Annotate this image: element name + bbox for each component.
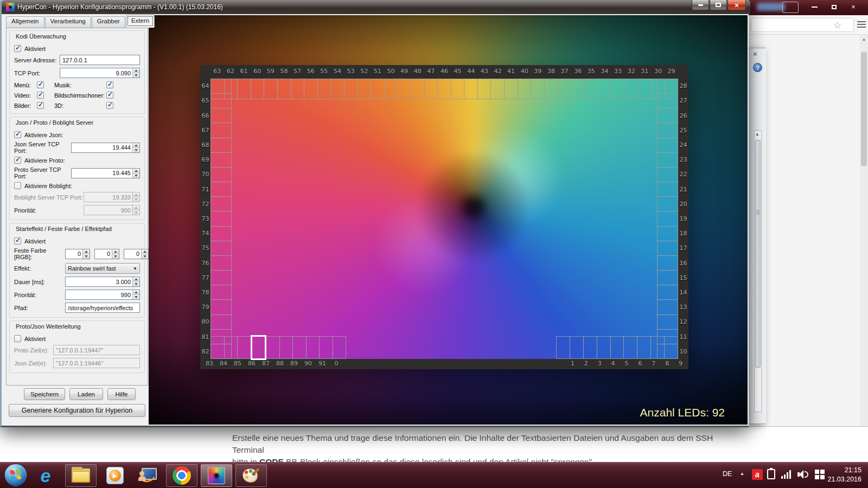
json-ziel-input[interactable]: "127.0.0.1:19446": [53, 358, 140, 368]
led-cell-28[interactable]: [657, 79, 678, 94]
3d-checkbox[interactable]: [106, 102, 113, 109]
weiterleitung-aktiviert-checkbox[interactable]: [14, 335, 21, 342]
led-cell-89[interactable]: [292, 336, 307, 359]
led-cell-1[interactable]: [556, 336, 570, 359]
led-cell-71[interactable]: [210, 182, 232, 197]
browser-scrollbar-thumb[interactable]: [861, 52, 867, 166]
led-cell-42[interactable]: [490, 79, 505, 99]
led-cell-83[interactable]: [210, 336, 225, 359]
tcp-port-input[interactable]: 9.090: [60, 68, 140, 78]
window-maximize-button[interactable]: [710, 0, 727, 10]
dauer-input[interactable]: 3.000: [65, 277, 140, 287]
led-cell-72[interactable]: [210, 196, 232, 211]
led-cell-34[interactable]: [597, 79, 611, 99]
led-cell-54[interactable]: [330, 79, 344, 99]
led-cell-48[interactable]: [411, 79, 425, 99]
tab-allgemein[interactable]: Allgemein: [6, 16, 44, 28]
taskbar-media-player[interactable]: ▶: [101, 464, 129, 487]
boblight-port-input[interactable]: 19.333: [84, 192, 140, 202]
led-cell-51[interactable]: [371, 79, 385, 99]
led-cell-21[interactable]: [657, 182, 678, 197]
browser-menu-icon[interactable]: [857, 21, 866, 29]
led-cell-80[interactable]: [210, 314, 232, 330]
led-cell-33[interactable]: [611, 79, 625, 99]
bookmark-star-icon[interactable]: ☆: [833, 20, 841, 31]
tab-extern[interactable]: Extern: [126, 15, 155, 28]
led-cell-78[interactable]: [210, 285, 232, 300]
rgb-r-input[interactable]: 0: [65, 249, 90, 259]
led-cell-64[interactable]: [210, 79, 232, 94]
led-cell-85[interactable]: [237, 336, 251, 359]
led-cell-45[interactable]: [451, 79, 465, 99]
led-cell-76[interactable]: [210, 255, 232, 271]
titlebar[interactable]: HyperCon - Hyperion Konfigurationsprogra…: [2, 0, 750, 14]
taskbar-paint[interactable]: [235, 464, 267, 487]
led-cell-2[interactable]: [570, 336, 584, 359]
pfad-input[interactable]: /storage/hyperion/effects: [65, 303, 140, 313]
led-cell-37[interactable]: [557, 79, 571, 99]
menu-checkbox[interactable]: [37, 81, 44, 88]
led-cell-73[interactable]: [210, 211, 232, 226]
proto-port-input[interactable]: 19.445: [71, 168, 140, 178]
led-cell-43[interactable]: [477, 79, 492, 99]
led-cell-58[interactable]: [277, 79, 291, 99]
led-cell-8[interactable]: [650, 336, 665, 359]
led-cell-49[interactable]: [397, 79, 411, 99]
proto-ziel-input[interactable]: "127.0.0.1:19447": [53, 345, 140, 355]
avira-icon[interactable]: a: [752, 469, 763, 480]
network-signal-icon[interactable]: [781, 470, 792, 479]
led-cell-32[interactable]: [624, 79, 638, 99]
led-cell-25[interactable]: [657, 123, 678, 138]
led-cell-9[interactable]: [664, 336, 678, 359]
led-cell-22[interactable]: [657, 167, 678, 182]
led-cell-56[interactable]: [304, 79, 318, 99]
led-cell-35[interactable]: [584, 79, 598, 99]
led-cell-24[interactable]: [657, 138, 678, 153]
led-cell-38[interactable]: [544, 79, 558, 99]
kodi-aktiviert-checkbox[interactable]: [14, 45, 21, 52]
tab-grabber[interactable]: Grabber: [92, 16, 125, 28]
led-cell-27[interactable]: [657, 93, 678, 108]
led-cell-17[interactable]: [657, 241, 678, 256]
scroll-up-icon[interactable]: ▲: [860, 35, 868, 43]
led-cell-68[interactable]: [210, 138, 232, 153]
led-cell-50[interactable]: [384, 79, 398, 99]
led-cell-67[interactable]: [210, 123, 232, 138]
rgb-b-input[interactable]: 0: [124, 249, 149, 259]
led-cell-41[interactable]: [504, 79, 518, 99]
tab-verarbeitung[interactable]: Verarbeitung: [45, 16, 91, 28]
rgb-g-input[interactable]: 0: [94, 249, 119, 259]
windows-update-flag-icon[interactable]: [815, 470, 825, 479]
speaker-icon[interactable]: [797, 470, 809, 479]
led-cell-13[interactable]: [657, 299, 678, 314]
led-cell-55[interactable]: [317, 79, 331, 99]
led-cell-74[interactable]: [210, 226, 232, 241]
led-cell-88[interactable]: [279, 336, 293, 359]
clock[interactable]: 21:1521.03.2016: [827, 466, 861, 484]
language-indicator[interactable]: DE: [723, 470, 732, 478]
led-cell-79[interactable]: [210, 299, 232, 314]
led-cell-61[interactable]: [237, 79, 251, 99]
taskbar-hypercon-active[interactable]: [201, 464, 232, 487]
led-cell-15[interactable]: [657, 270, 678, 285]
taskbar-explorer[interactable]: [65, 464, 97, 487]
sliver-scroll-up-icon[interactable]: ▲: [755, 132, 760, 137]
led-cell-70[interactable]: [210, 167, 232, 182]
led-cell-77[interactable]: [210, 270, 232, 285]
led-cell-87[interactable]: [266, 336, 280, 359]
bilder-checkbox[interactable]: [37, 102, 44, 109]
starteffekt-aktiviert-checkbox[interactable]: [14, 237, 21, 245]
taskbar-remote-access[interactable]: [133, 464, 162, 487]
tcp-port-spinner[interactable]: [132, 68, 139, 78]
browser-minimize-button[interactable]: [805, 2, 824, 12]
sliver-scrollbar-thumb[interactable]: [755, 140, 761, 368]
led-cell-47[interactable]: [424, 79, 438, 99]
musik-checkbox[interactable]: [106, 81, 113, 88]
led-cell-66[interactable]: [210, 108, 232, 123]
taskbar-chrome[interactable]: [166, 464, 197, 487]
led-cell-91[interactable]: [319, 336, 333, 359]
led-cell-26[interactable]: [657, 108, 678, 123]
laden-button[interactable]: Laden: [69, 388, 103, 400]
led-cell-57[interactable]: [291, 79, 305, 99]
led-cell-4[interactable]: [597, 336, 611, 359]
